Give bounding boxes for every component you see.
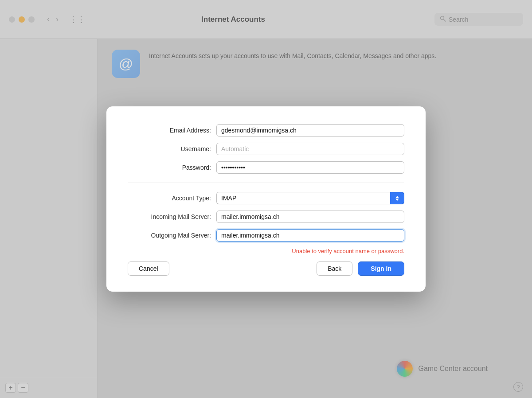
password-label: Password: [128, 164, 216, 171]
password-input[interactable] [216, 161, 404, 174]
error-message: Unable to verify account name or passwor… [128, 248, 404, 254]
credentials-section: Email Address: Username: Password: [128, 124, 404, 183]
incoming-server-label: Incoming Mail Server: [128, 213, 216, 220]
server-section: Account Type: Incoming Mail Server: Outg [128, 192, 404, 254]
username-row: Username: [128, 143, 404, 155]
incoming-server-input[interactable] [216, 211, 404, 223]
cancel-button[interactable]: Cancel [128, 261, 169, 276]
signin-button[interactable]: Sign In [358, 261, 404, 276]
chevron-up-icon [395, 196, 399, 198]
email-input[interactable] [216, 124, 404, 137]
incoming-server-row: Incoming Mail Server: [128, 211, 404, 223]
account-type-row: Account Type: [128, 192, 404, 204]
account-type-input[interactable] [216, 192, 390, 204]
center-buttons: Back Sign In [317, 261, 404, 276]
email-label: Email Address: [128, 127, 216, 134]
chevron-arrows-icon [395, 196, 399, 201]
password-row: Password: [128, 161, 404, 174]
chevron-down-icon [395, 199, 399, 201]
back-button[interactable]: Back [317, 261, 352, 276]
username-input[interactable] [216, 143, 404, 155]
account-type-label: Account Type: [128, 195, 216, 202]
email-row: Email Address: [128, 124, 404, 137]
outgoing-server-row: Outgoing Mail Server: [128, 229, 404, 242]
outgoing-server-label: Outgoing Mail Server: [128, 232, 216, 239]
outgoing-server-input[interactable] [216, 229, 404, 242]
account-type-chevron[interactable] [390, 192, 404, 204]
dialog-overlay: Email Address: Username: Password: Accou… [0, 0, 532, 398]
account-type-wrapper [216, 192, 404, 204]
dialog-buttons: Cancel Back Sign In [128, 261, 404, 276]
dialog: Email Address: Username: Password: Accou… [106, 106, 426, 292]
username-label: Username: [128, 145, 216, 152]
